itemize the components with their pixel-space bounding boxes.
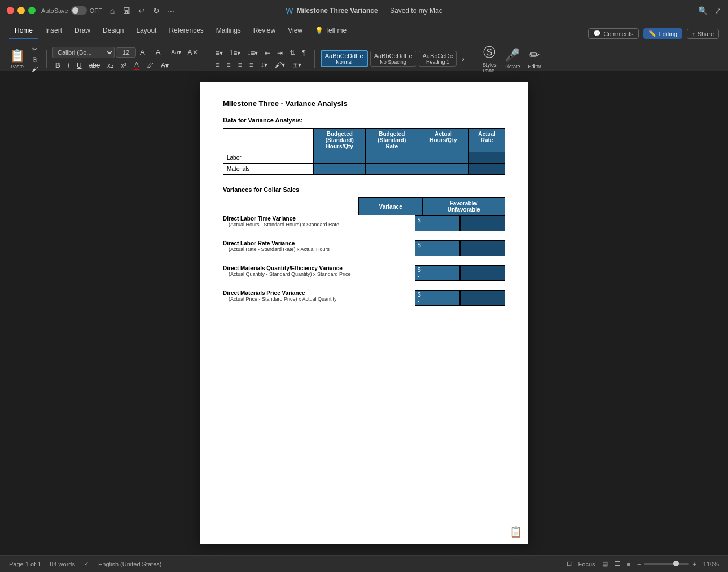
decrease-indent-button[interactable]: ⇤ — [262, 48, 273, 58]
autosave-toggle[interactable] — [71, 6, 87, 15]
dlrv-variance-cell[interactable]: $- — [415, 240, 460, 256]
focus-icon[interactable]: ⊡ — [567, 560, 572, 567]
zoom-level[interactable]: 110% — [703, 561, 719, 567]
variance-row-1-left: Direct Labor Time Variance (Actual Hours… — [223, 215, 415, 227]
layout-view-icon[interactable]: ▤ — [602, 560, 608, 567]
paste-clipboard-icon[interactable]: 📋 — [510, 526, 522, 538]
th-empty — [223, 129, 314, 152]
dmqv-fav-cell[interactable] — [460, 265, 505, 281]
numbering-button[interactable]: 1≡▾ — [227, 48, 244, 58]
superscript-button[interactable]: x² — [118, 60, 129, 71]
close-button[interactable] — [7, 7, 14, 14]
style-normal[interactable]: AaBbCcDdEe Normal — [321, 50, 368, 67]
style-no-spacing[interactable]: AaBbCcDdEe No Spacing — [370, 51, 416, 67]
section1-label: Data for Variance Analysis: — [223, 117, 505, 124]
dlrv-cells: $- — [415, 240, 505, 256]
labor-budgeted-hours[interactable] — [314, 152, 366, 164]
case-button[interactable]: Aa▾ — [168, 48, 183, 56]
dltv-fav-cell[interactable] — [460, 215, 505, 231]
labor-actual-rate[interactable] — [469, 152, 505, 164]
align-center-button[interactable]: ≡ — [224, 60, 234, 70]
editing-button[interactable]: ✏️ Editing — [643, 28, 683, 39]
tab-design[interactable]: Design — [97, 24, 129, 39]
paste-button[interactable]: 📋 Paste — [7, 47, 28, 71]
document-page[interactable]: Milestone Three - Variance Analysis Data… — [200, 82, 528, 544]
autosave-state: OFF — [90, 7, 102, 14]
outline-view-icon[interactable]: ☰ — [615, 560, 620, 567]
multilevel-button[interactable]: ↕≡▾ — [244, 48, 261, 58]
subscript-button[interactable]: x₂ — [104, 60, 116, 71]
highlight-button[interactable]: 🖊 — [144, 60, 156, 71]
copy-button[interactable]: ⎘ — [29, 55, 41, 64]
bullets-button[interactable]: ≡▾ — [213, 48, 226, 58]
connect-icon[interactable]: ⤢ — [714, 6, 721, 15]
increase-indent-button[interactable]: ⇥ — [274, 48, 286, 58]
shading-button[interactable]: 🖌▾ — [272, 60, 288, 70]
justify-button[interactable]: ≡ — [247, 60, 256, 70]
tab-draw[interactable]: Draw — [69, 24, 96, 39]
dltv-variance-cell[interactable]: $- — [415, 215, 460, 231]
minimize-button[interactable] — [17, 7, 25, 14]
fullscreen-button[interactable] — [28, 7, 36, 14]
redo-icon[interactable]: ↻ — [153, 6, 160, 15]
zoom-minus-button[interactable]: − — [637, 561, 641, 567]
th-budgeted-rate: Budgeted(Standard)Rate — [366, 129, 418, 152]
proofing-icon[interactable]: ✓ — [84, 560, 89, 567]
tab-view[interactable]: View — [282, 24, 308, 39]
autosave-area: AutoSave OFF — [41, 6, 102, 15]
font-color-button[interactable]: A — [131, 60, 142, 71]
line-spacing-button[interactable]: ↕▾ — [258, 60, 270, 70]
more-styles-button[interactable]: › — [459, 53, 467, 64]
focus-label[interactable]: Focus — [578, 561, 595, 567]
home-icon[interactable]: ⌂ — [110, 6, 115, 15]
materials-actual-rate[interactable] — [469, 164, 505, 175]
format-painter-button[interactable]: 🖌 — [29, 64, 41, 73]
dmpv-fav-cell[interactable] — [460, 290, 505, 306]
tab-home[interactable]: Home — [9, 24, 38, 39]
labor-actual-hours[interactable] — [418, 152, 468, 164]
text-bg-button[interactable]: A▾ — [158, 60, 172, 71]
tab-tell-me[interactable]: 💡 Tell me — [309, 24, 352, 39]
tab-review[interactable]: Review — [248, 24, 281, 39]
align-right-button[interactable]: ≡ — [235, 60, 245, 70]
comments-button[interactable]: 💬 Comments — [588, 28, 638, 39]
dmpv-variance-cell[interactable]: $- — [415, 290, 460, 306]
labor-budgeted-rate[interactable] — [366, 152, 418, 164]
cut-button[interactable]: ✂ — [29, 45, 41, 54]
strikethrough-button[interactable]: abc — [86, 60, 103, 71]
zoom-plus-button[interactable]: + — [692, 561, 696, 567]
read-mode-icon[interactable]: ≡ — [627, 561, 630, 567]
show-marks-button[interactable]: ¶ — [299, 48, 308, 58]
undo-icon[interactable]: ↩ — [138, 6, 145, 15]
search-icon[interactable]: 🔍 — [698, 6, 708, 15]
zoom-thumb[interactable] — [673, 561, 679, 566]
more-icon[interactable]: ··· — [168, 6, 174, 15]
font-name-select[interactable]: Calibri (Bo... — [52, 47, 115, 58]
borders-button[interactable]: ⊞▾ — [290, 60, 304, 70]
tab-references[interactable]: References — [163, 24, 209, 39]
dlrv-fav-cell[interactable] — [460, 240, 505, 256]
styles-pane-button[interactable]: Ⓢ StylesPane — [479, 42, 500, 76]
italic-button[interactable]: I — [65, 60, 72, 71]
dictate-button[interactable]: 🎤 Dictate — [501, 46, 524, 72]
decrease-font-button[interactable]: A⁻ — [153, 47, 168, 58]
materials-actual-hours[interactable] — [418, 164, 468, 175]
share-button[interactable]: ↑ Share — [687, 29, 719, 39]
font-size-input[interactable] — [116, 47, 136, 58]
increase-font-button[interactable]: A⁺ — [137, 47, 152, 58]
zoom-track[interactable] — [644, 563, 689, 565]
underline-button[interactable]: U — [74, 60, 85, 71]
align-left-button[interactable]: ≡ — [213, 60, 222, 70]
materials-budgeted-hours[interactable] — [314, 164, 366, 175]
editor-button[interactable]: ✏ Editor — [525, 46, 545, 72]
sort-button[interactable]: ⇅ — [287, 48, 298, 58]
tab-layout[interactable]: Layout — [130, 24, 162, 39]
save-icon[interactable]: 🖫 — [122, 6, 130, 15]
materials-budgeted-rate[interactable] — [366, 164, 418, 175]
tab-mailings[interactable]: Mailings — [210, 24, 247, 39]
clear-format-button[interactable]: A✕ — [185, 47, 201, 58]
tab-insert[interactable]: Insert — [40, 24, 68, 39]
style-heading1[interactable]: AaBbCcDc Heading 1 — [419, 51, 457, 67]
bold-button[interactable]: B — [52, 60, 63, 71]
dmqv-variance-cell[interactable]: $- — [415, 265, 460, 281]
